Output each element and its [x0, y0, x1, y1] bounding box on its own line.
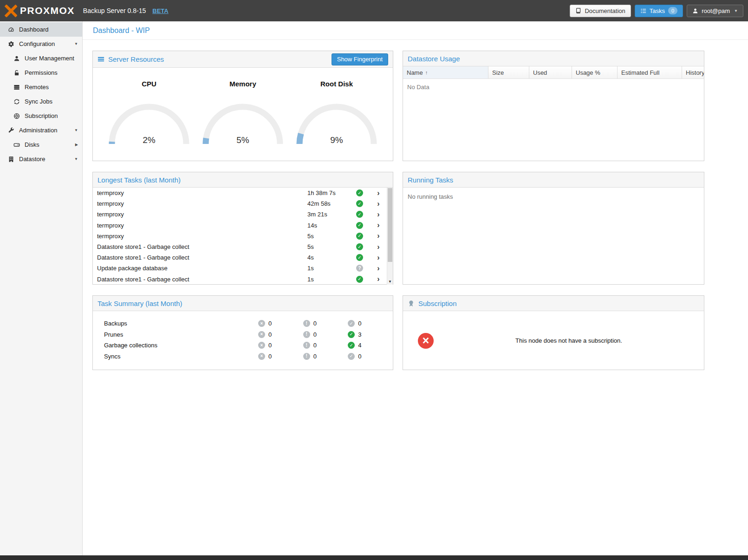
column-header-estimated-full[interactable]: Estimated Full — [618, 66, 682, 78]
task-summary-body: Backups ×0 !0 ✓0 Prunes ×0 !0 ✓3 Gar — [93, 311, 393, 362]
proxmox-x-icon — [5, 5, 17, 17]
column-header-name[interactable]: Name ↑ — [403, 66, 488, 78]
status-ok-icon: ✓ — [356, 243, 363, 250]
task-row[interactable]: termproxy 3m 21s ✓ › — [93, 209, 387, 220]
sidebar-item-label: Disks — [25, 141, 39, 148]
task-row[interactable]: termproxy 42m 58s ✓ › — [93, 198, 387, 209]
documentation-button[interactable]: Documentation — [570, 5, 631, 17]
caret-down-icon[interactable]: ▼ — [74, 157, 78, 161]
sidebar-item-user-management[interactable]: User Management — [0, 51, 82, 65]
column-header-history[interactable]: History (last Month) — [682, 66, 704, 78]
sidebar-item-label: Dashboard — [19, 26, 49, 33]
task-row[interactable]: Datastore store1 - Garbage collect 4s ✓ … — [93, 252, 387, 263]
subscription-message: This node does not have a subscription. — [434, 337, 704, 344]
sidebar-item-label: Remotes — [25, 84, 49, 91]
sidebar-item-sync-jobs[interactable]: Sync Jobs — [0, 94, 82, 109]
caret-down-icon[interactable]: ▼ — [74, 128, 78, 132]
chevron-right-icon[interactable]: › — [370, 243, 387, 251]
sidebar-item-permissions[interactable]: Permissions — [0, 65, 82, 80]
error-icon: × — [258, 331, 265, 338]
column-header-size[interactable]: Size — [488, 66, 529, 78]
task-row[interactable]: termproxy 5s ✓ › — [93, 231, 387, 241]
error-icon: × — [258, 353, 265, 360]
summary-row: Prunes ×0 !0 ✓3 — [104, 329, 393, 340]
scrollbar-down-arrow[interactable]: ▼ — [387, 280, 393, 284]
user-menu-button[interactable]: root@pam ▼ — [687, 5, 743, 17]
tachometer-icon — [7, 26, 15, 33]
bars-icon — [98, 56, 104, 63]
sidebar-item-label: Permissions — [25, 69, 58, 76]
datastore-usage-panel: Datastore Usage Name ↑ Size Used Usage %… — [403, 51, 704, 161]
warning-icon: ! — [303, 320, 310, 327]
chevron-right-icon[interactable]: › — [370, 275, 387, 283]
task-row[interactable]: termproxy 14s ✓ › — [93, 220, 387, 231]
no-data-text: No Data — [403, 79, 704, 95]
caret-down-icon[interactable]: ▼ — [74, 42, 78, 46]
tasks-count-badge: 0 — [668, 7, 677, 14]
sidebar-item-remotes[interactable]: Remotes — [0, 80, 82, 94]
error-icon: × — [258, 342, 265, 349]
server-resources-panel: Server Resources Show Fingerprint CPU — [92, 51, 393, 161]
longest-tasks-list: termproxy 1h 38m 7s ✓ › termproxy 42m 58… — [93, 188, 393, 285]
sidebar-item-disks[interactable]: Disks ▶ — [0, 137, 82, 152]
scrollbar-thumb[interactable] — [388, 188, 392, 262]
server-icon — [13, 84, 20, 91]
user-icon — [13, 55, 20, 62]
task-row[interactable]: termproxy 1h 38m 7s ✓ › — [93, 188, 387, 198]
proxmox-logo[interactable]: PROXMOX — [5, 5, 75, 17]
task-row[interactable]: Datastore store1 - Garbage collect 1s ✓ … — [93, 274, 387, 285]
column-header-usage[interactable]: Usage % — [572, 66, 618, 78]
beta-link[interactable]: BETA — [152, 7, 168, 14]
task-row[interactable]: Update package database 1s ? › — [93, 263, 387, 273]
life-ring-icon — [13, 113, 20, 119]
task-summary-header: Task Summary (last Month) — [93, 296, 393, 311]
refresh-icon — [13, 98, 20, 105]
status-ok-icon: ✓ — [356, 222, 363, 229]
warning-icon: ! — [303, 331, 310, 338]
chevron-right-icon[interactable]: › — [370, 221, 387, 229]
status-ok-icon: ✓ — [356, 233, 363, 240]
sidebar-item-label: Subscription — [25, 112, 58, 119]
gauges: CPU 2% Memory — [93, 68, 393, 145]
sidebar-item-datastore[interactable]: Datastore ▼ — [0, 152, 82, 166]
sidebar-item-subscription[interactable]: Subscription — [0, 109, 82, 123]
chevron-right-icon[interactable]: › — [370, 254, 387, 261]
sort-asc-icon: ↑ — [425, 70, 428, 75]
unlock-icon — [13, 70, 20, 76]
chevron-right-icon[interactable]: › — [370, 200, 387, 208]
scrollbar[interactable]: ▼ — [387, 188, 393, 285]
wrench-icon — [7, 127, 15, 134]
chevron-right-icon[interactable]: › — [370, 189, 387, 197]
warning-icon: ! — [303, 342, 310, 349]
summary-row: Backups ×0 !0 ✓0 — [104, 318, 393, 329]
chevron-right-icon[interactable]: › — [370, 265, 387, 272]
root-disk-gauge-value: 9% — [293, 135, 381, 145]
sidebar-item-label: Configuration — [19, 40, 55, 47]
sidebar: Dashboard Configuration ▼ User Managemen… — [0, 21, 83, 555]
panel-title: Server Resources — [108, 55, 164, 63]
building-icon — [7, 156, 15, 163]
task-row[interactable]: Datastore store1 - Garbage collect 5s ✓ … — [93, 241, 387, 252]
sidebar-item-administration[interactable]: Administration ▼ — [0, 123, 82, 137]
cpu-gauge: CPU 2% — [105, 80, 193, 145]
datastore-usage-header: Datastore Usage — [403, 51, 704, 66]
show-fingerprint-button[interactable]: Show Fingerprint — [332, 53, 388, 65]
sidebar-item-configuration[interactable]: Configuration ▼ — [0, 37, 82, 51]
warning-icon: ! — [303, 353, 310, 360]
ok-icon: ✓ — [348, 320, 355, 327]
book-icon — [575, 8, 581, 14]
sidebar-item-dashboard[interactable]: Dashboard — [0, 22, 82, 37]
summary-row: Syncs ×0 !0 ✓0 — [104, 351, 393, 362]
tasks-button[interactable]: Tasks 0 — [635, 5, 683, 17]
app-title: Backup Server 0.8-15 — [83, 7, 146, 14]
chevron-right-icon[interactable]: › — [370, 211, 387, 218]
gear-icon — [7, 41, 15, 47]
user-icon — [692, 8, 698, 14]
subscription-body: × This node does not have a subscription… — [403, 311, 704, 370]
status-ok-icon: ✓ — [356, 189, 363, 196]
caret-right-icon[interactable]: ▶ — [75, 143, 78, 147]
chevron-right-icon[interactable]: › — [370, 232, 387, 240]
column-header-used[interactable]: Used — [529, 66, 572, 78]
panel-title: Running Tasks — [408, 176, 453, 184]
sidebar-item-label: Administration — [19, 127, 57, 134]
